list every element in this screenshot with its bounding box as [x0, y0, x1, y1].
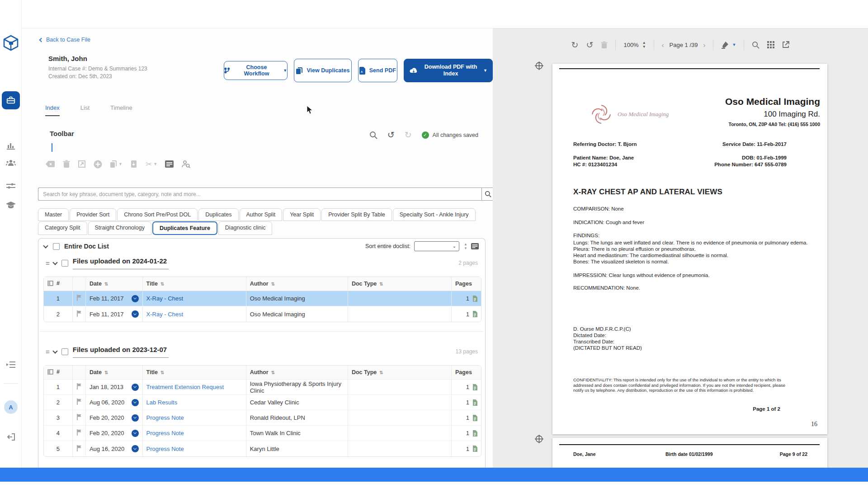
column-header-date[interactable]: Date⇅ [86, 366, 143, 380]
document-title-link[interactable]: Progress Note [146, 446, 184, 452]
flag-cell[interactable] [73, 380, 86, 395]
view-duplicates-button[interactable]: View Duplicates [294, 59, 351, 82]
nav-settings[interactable] [0, 183, 22, 191]
workflow-tab-duplicates[interactable]: Duplicates [198, 208, 238, 221]
pdf-delete-icon[interactable] [601, 41, 608, 49]
page-note-icon[interactable] [472, 399, 477, 406]
pdf-page-1[interactable]: Oso Medical Imaging Oso Medical Imaging … [552, 64, 827, 434]
page-note-icon[interactable] [472, 296, 477, 302]
logout-button[interactable] [0, 433, 22, 441]
prev-page-icon[interactable]: ‹ [662, 41, 664, 49]
toolbar-collapse-chevron[interactable] [52, 143, 56, 148]
crop-icon[interactable] [78, 160, 86, 168]
doc-search-input[interactable] [38, 188, 481, 201]
workflow-tab-author-split[interactable]: Author Split [240, 208, 283, 221]
undo-icon[interactable]: ↺ [387, 131, 395, 139]
column-header-title[interactable]: Title⇅ [143, 277, 246, 291]
document-title-link[interactable]: Treatment Extension Request [146, 384, 224, 390]
column-header-title[interactable]: Title⇅ [143, 366, 246, 380]
workflow-tab-duplicates-feature[interactable]: Duplicates Feature [152, 221, 217, 235]
next-page-icon[interactable]: › [703, 41, 705, 49]
copy-menu-icon[interactable]: ▼ [110, 160, 123, 168]
date-pin-icon[interactable] [132, 399, 139, 406]
date-pin-icon[interactable] [132, 414, 139, 422]
document-row[interactable]: 2Aug 06, 2020Lab ResultsCedar Valley Cli… [44, 395, 481, 410]
pdf-page-2[interactable]: Doe, Jane Birth date 01/02/1999 Page 9 o… [552, 438, 827, 468]
delete-icon[interactable] [63, 160, 70, 168]
date-pin-icon[interactable] [132, 384, 139, 391]
document-row[interactable]: 1Feb 11, 2017X-Ray - ChestOso Medical Im… [44, 291, 481, 306]
open-external-icon[interactable] [782, 41, 789, 48]
document-title-link[interactable]: Progress Note [146, 430, 184, 436]
workflow-tab-master[interactable]: Master [38, 208, 69, 221]
document-row[interactable]: 1Jan 18, 2013Treatment Extension Request… [44, 380, 481, 395]
tab-timeline[interactable]: Timeline [110, 104, 132, 116]
date-pin-icon[interactable] [132, 430, 139, 437]
group-checkbox[interactable] [61, 260, 68, 267]
date-pin-icon[interactable] [132, 295, 139, 302]
document-title-link[interactable]: X-Ray - Chest [146, 311, 184, 318]
nav-team[interactable] [0, 159, 22, 167]
tab-list[interactable]: List [80, 104, 90, 116]
sort-icon[interactable]: ⇅ [379, 370, 383, 375]
column-header-author[interactable]: Author⇅ [246, 366, 348, 380]
back-to-case-file-link[interactable]: Back to Case File [40, 37, 90, 43]
drag-handle-icon[interactable]: = [46, 348, 50, 356]
rotate-clockwise-icon[interactable]: ↻ [571, 40, 579, 50]
document-row[interactable]: 2Feb 11, 2017X-Ray - ChestOso Medical Im… [44, 306, 481, 322]
workflow-tab-year-split[interactable]: Year Split [283, 208, 321, 221]
column-header-doc-type[interactable]: Doc Type⇅ [348, 277, 452, 291]
nav-case-files[interactable] [0, 91, 22, 109]
workflow-tab-category-split[interactable]: Category Split [38, 221, 87, 235]
nav-doclist-view[interactable] [0, 361, 22, 369]
user-avatar[interactable]: A [0, 400, 22, 414]
move-page-icon[interactable] [534, 434, 544, 444]
flag-cell[interactable] [73, 441, 86, 456]
search-icon[interactable] [369, 131, 377, 139]
tab-index[interactable]: Index [45, 104, 60, 116]
flag-cell[interactable] [73, 410, 86, 426]
nav-training[interactable] [0, 201, 22, 209]
column-header-doc-type[interactable]: Doc Type⇅ [348, 366, 452, 380]
sort-doclist-select[interactable]: ⌄ [414, 241, 459, 251]
document-title-link[interactable]: X-Ray - Chest [146, 295, 184, 302]
workflow-tab-specialty-sort-ankle-injury[interactable]: Specialty Sort - Ankle Injury [393, 208, 476, 221]
page-note-icon[interactable] [472, 430, 477, 436]
column-toggle-icon[interactable] [47, 369, 53, 375]
zoom-stepper[interactable]: ▲▼ [642, 42, 646, 48]
document-title-link[interactable]: Lab Results [146, 399, 178, 406]
doc-search-button[interactable] [481, 188, 493, 201]
chevron-down-icon[interactable] [43, 243, 48, 248]
workflow-tab-provider-sort[interactable]: Provider Sort [70, 208, 116, 221]
nav-analytics[interactable] [0, 141, 22, 150]
document-row[interactable]: 3Feb 20, 2020Progress NoteRonald Rideout… [44, 410, 481, 426]
column-header-author[interactable]: Author⇅ [246, 277, 348, 291]
sort-icon[interactable]: ⇅ [379, 282, 383, 286]
flag-cell[interactable] [73, 395, 86, 410]
table-view-icon[interactable] [165, 160, 174, 168]
chevron-down-icon[interactable] [52, 260, 57, 265]
sort-icon[interactable]: ⇅ [104, 370, 108, 375]
drag-handle-icon[interactable]: = [46, 259, 50, 267]
column-header-date[interactable]: Date⇅ [86, 277, 143, 291]
sort-spinner[interactable]: ▲▼ [464, 243, 467, 250]
sort-icon[interactable]: ⇅ [104, 282, 108, 286]
redo-icon[interactable]: ↻ [405, 131, 412, 139]
sort-table-icon[interactable] [471, 243, 479, 249]
workflow-tab-straight-chronology[interactable]: Straight Chronology [88, 221, 151, 235]
workflow-tab-provider-split-by-table[interactable]: Provider Split By Table [321, 208, 392, 221]
document-title-link[interactable]: Progress Note [146, 414, 184, 421]
cut-menu-icon[interactable]: ✂▼ [146, 160, 157, 169]
column-toggle-icon[interactable] [47, 281, 53, 286]
page-note-icon[interactable] [472, 311, 477, 317]
send-pdf-button[interactable]: A Send PDF [358, 59, 398, 82]
sort-icon[interactable]: ⇅ [160, 370, 164, 375]
page-note-icon[interactable] [472, 446, 477, 452]
group-checkbox[interactable] [61, 348, 68, 355]
sort-icon[interactable]: ⇅ [271, 370, 275, 375]
choose-workflow-button[interactable]: Choose Workflow ▼ [224, 61, 288, 80]
entire-doclist-checkbox[interactable] [53, 243, 60, 250]
workflow-tab-diagnostic-clinic[interactable]: Diagnostic clinic [218, 221, 273, 235]
sort-icon[interactable]: ⇅ [271, 282, 275, 286]
pdf-search-icon[interactable] [752, 41, 760, 49]
